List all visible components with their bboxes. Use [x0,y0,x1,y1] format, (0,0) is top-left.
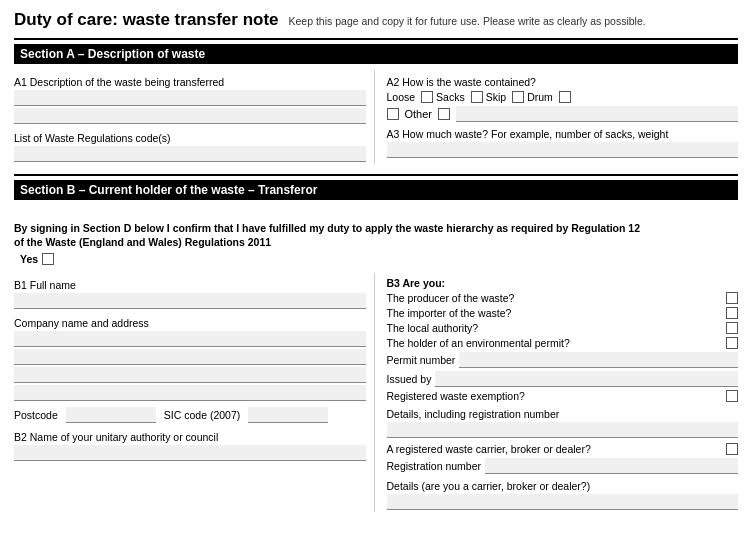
permit-num-input[interactable] [459,352,738,368]
reg-num-label: Registration number [387,460,482,472]
env-permit-row: The holder of an environmental permit? [387,337,739,349]
b2-input[interactable] [14,445,366,461]
sacks-label: Sacks [436,91,465,103]
local-auth-row: The local authority? [387,322,739,334]
a2-label: A2 How is the waste contained? [387,76,739,88]
a3-input[interactable] [387,142,739,158]
a1-input-1[interactable] [14,90,366,106]
hierarchy-text: By signing in Section D below I confirm … [14,206,738,267]
a1-input-2[interactable] [14,108,366,124]
reg-carrier-row: A registered waste carrier, broker or de… [387,443,739,455]
importer-row: The importer of the waste? [387,307,739,319]
company-input-4[interactable] [14,385,366,401]
env-permit-checkbox[interactable] [726,337,738,349]
other-checkbox[interactable] [387,108,399,120]
local-auth-checkbox[interactable] [726,322,738,334]
other-input[interactable] [456,106,738,122]
section-a-header: Section A – Description of waste [14,44,738,64]
sacks-option: Sacks [421,91,465,103]
section-b-left: B1 Full name Company name and address Po… [14,273,375,512]
env-permit-label: The holder of an environmental permit? [387,337,570,349]
details2-input[interactable] [387,494,739,510]
reg-num-row: Registration number [387,458,739,474]
drum-checkbox[interactable] [512,91,524,103]
local-auth-label: The local authority? [387,322,479,334]
drum-option: Drum [512,91,553,103]
b2-label: B2 Name of your unitary authority or cou… [14,431,366,443]
skip-option: Skip [471,91,506,103]
section-a: Section A – Description of waste A1 Desc… [14,38,738,164]
page-title-row: Duty of care: waste transfer note Keep t… [14,10,738,30]
skip-label: Skip [486,91,506,103]
company-input-2[interactable] [14,349,366,365]
permit-num-row: Permit number [387,352,739,368]
postcode-input[interactable] [66,407,156,423]
sic-input[interactable] [248,407,328,423]
a3-label: A3 How much waste? For example, number o… [387,128,739,140]
yes-label: Yes [20,252,38,267]
b1-input[interactable] [14,293,366,309]
page-subtitle: Keep this page and copy it for future us… [289,15,646,27]
importer-label: The importer of the waste? [387,307,512,319]
reg-carrier-label: A registered waste carrier, broker or de… [387,443,591,455]
reg-waste-row: Registered waste exemption? [387,390,739,402]
yes-checkbox[interactable] [42,253,54,265]
a1-label: A1 Description of the waste being transf… [14,76,366,88]
drum-checkbox-2[interactable] [559,91,571,103]
sic-label: SIC code (2007) [164,409,240,421]
other-checkbox-2[interactable] [438,108,450,120]
issued-by-label: Issued by [387,373,432,385]
sic-postcode-row: Postcode SIC code (2007) [14,407,366,423]
reg-num-input[interactable] [485,458,738,474]
skip-checkbox[interactable] [471,91,483,103]
loose-label: Loose [387,91,416,103]
b1-label: B1 Full name [14,279,366,291]
permit-num-label: Permit number [387,354,456,366]
sacks-checkbox[interactable] [421,91,433,103]
reg-carrier-checkbox[interactable] [726,443,738,455]
section-b: Section B – Current holder of the waste … [14,174,738,512]
section-a-left: A1 Description of the waste being transf… [14,70,375,164]
issued-by-row: Issued by [387,371,739,387]
page-title: Duty of care: waste transfer note [14,10,279,30]
section-b-header: Section B – Current holder of the waste … [14,180,738,200]
company-label: Company name and address [14,317,366,329]
loose-option: Loose [387,91,416,103]
b3-label: B3 Are you: [387,277,739,289]
producer-checkbox[interactable] [726,292,738,304]
postcode-label: Postcode [14,409,58,421]
other-row: Other [387,106,739,122]
drum-label: Drum [527,91,553,103]
details-input[interactable] [387,422,739,438]
producer-label: The producer of the waste? [387,292,515,304]
issued-by-input[interactable] [435,371,738,387]
details-label: Details, including registration number [387,408,739,420]
details2-label: Details (are you a carrier, broker or de… [387,480,739,492]
list-label: List of Waste Regulations code(s) [14,132,366,144]
importer-checkbox[interactable] [726,307,738,319]
list-input[interactable] [14,146,366,162]
section-a-right: A2 How is the waste contained? Loose Sac… [387,70,739,164]
company-input-1[interactable] [14,331,366,347]
other-label: Other [405,108,433,120]
contained-options: Loose Sacks Skip Drum [387,91,739,103]
reg-waste-label: Registered waste exemption? [387,390,525,402]
section-b-right: B3 Are you: The producer of the waste? T… [387,273,739,512]
reg-waste-checkbox[interactable] [726,390,738,402]
producer-row: The producer of the waste? [387,292,739,304]
company-input-3[interactable] [14,367,366,383]
